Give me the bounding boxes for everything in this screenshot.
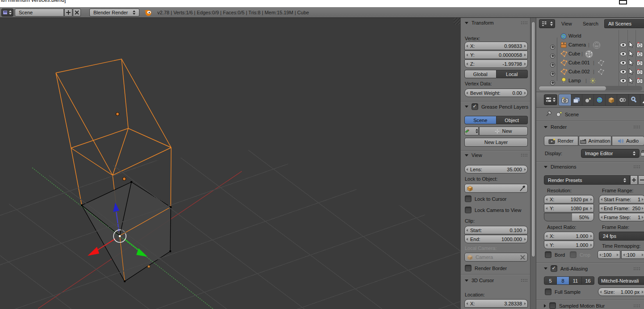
panel-header-anti-aliasing[interactable]: Anti-Aliasing — [544, 265, 640, 272]
editor-type-selector[interactable] — [1, 8, 13, 17]
end-frame-field[interactable]: End Frame: 250 — [599, 204, 644, 212]
panel-header-view[interactable]: View — [465, 152, 527, 158]
render-presets-dropdown[interactable]: Render Presets — [544, 175, 630, 185]
tab-data[interactable] — [640, 94, 644, 106]
crop-checkbox[interactable] — [570, 251, 577, 258]
tab-render-layers[interactable] — [571, 94, 582, 106]
panel-grip-icon[interactable] — [634, 126, 640, 128]
mesh-data-icon-active[interactable] — [585, 50, 593, 58]
new-layer-button[interactable]: New Layer — [464, 138, 528, 147]
aa-samples-11[interactable]: 11 — [569, 276, 582, 285]
eye-icon[interactable] — [620, 60, 627, 65]
camera-restrict-icon[interactable] — [636, 69, 643, 75]
grease-pencil-mode-button[interactable] — [464, 127, 479, 135]
scrollbar-handle[interactable] — [531, 21, 535, 257]
grease-new-button[interactable]: New — [479, 127, 528, 135]
properties-editor-selector[interactable] — [544, 94, 557, 105]
resolution-percent-slider[interactable]: 50% — [544, 213, 594, 221]
tab-world[interactable] — [594, 94, 606, 106]
cursor-icon[interactable] — [629, 51, 634, 57]
panel-header-transform[interactable]: Transform — [465, 20, 527, 25]
mesh-data-icon[interactable] — [598, 68, 604, 75]
tab-modifiers[interactable] — [629, 94, 640, 106]
pin-icon[interactable] — [545, 110, 552, 117]
global-button[interactable]: Global — [464, 70, 497, 78]
delete-scene-button[interactable] — [73, 8, 81, 17]
cursor-icon[interactable] — [629, 42, 634, 48]
camera-data-icon[interactable] — [593, 41, 601, 49]
lock-object-picker[interactable] — [464, 184, 528, 193]
cursor-x-field[interactable]: X: 3.28338 — [464, 299, 528, 308]
lock-to-cursor-checkbox[interactable] — [465, 195, 471, 202]
panel-grip-icon[interactable] — [634, 267, 640, 270]
camera-restrict-icon[interactable] — [636, 60, 643, 66]
outliner-row-cube[interactable]: Cube | — [536, 50, 644, 59]
cursor-icon[interactable] — [629, 68, 634, 75]
panel-grip-icon[interactable] — [634, 305, 640, 307]
panel-grip-icon[interactable] — [521, 279, 527, 282]
time-remap-old-field[interactable]: :100 — [598, 250, 620, 259]
border-checkbox[interactable] — [545, 251, 551, 258]
outliner-row-camera[interactable]: Camera | — [536, 41, 644, 50]
audio-button[interactable]: Audio — [612, 136, 644, 146]
outliner-hscrollbar[interactable] — [539, 86, 642, 91]
bevel-weight-field[interactable]: Bevel Weight: 0.00 — [464, 89, 528, 97]
expand-icon[interactable] — [550, 45, 555, 50]
resolution-x-field[interactable]: X: 1920 px — [544, 195, 594, 203]
camera-restrict-icon[interactable] — [636, 42, 643, 48]
aa-size-field[interactable]: Size: 1.000 px — [598, 288, 644, 296]
aspect-y-field[interactable]: Y: 1.000 — [544, 241, 594, 249]
tab-object[interactable] — [606, 94, 617, 106]
expand-icon[interactable] — [550, 80, 555, 85]
clip-end-field[interactable]: End: 1000.000 — [464, 235, 528, 243]
resolution-y-field[interactable]: Y: 1080 px — [544, 204, 594, 212]
time-remap-new-field[interactable]: :100 — [621, 250, 644, 259]
lens-field[interactable]: Lens: 35.000 — [464, 165, 528, 174]
preset-remove-button[interactable] — [638, 175, 644, 185]
frame-rate-dropdown[interactable]: 24 fps — [599, 232, 644, 241]
eye-icon[interactable] — [620, 42, 627, 47]
local-camera-picker[interactable]: Camera — [464, 253, 528, 262]
preset-add-button[interactable] — [630, 175, 638, 185]
scene-datablock-field[interactable]: Scene — [15, 8, 64, 17]
scrollbar-handle[interactable] — [539, 86, 606, 90]
full-sample-checkbox[interactable] — [545, 288, 551, 295]
camera-restrict-icon[interactable] — [636, 78, 643, 84]
motion-blur-checkbox[interactable] — [549, 302, 556, 309]
outliner-row-lamp[interactable]: Lamp | — [536, 76, 644, 85]
eye-icon[interactable] — [620, 78, 627, 83]
aa-samples-8[interactable]: 8 — [557, 276, 569, 285]
outliner-editor-selector[interactable] — [539, 19, 555, 28]
vertex-z-field[interactable]: Z: -1.99798 — [464, 59, 528, 68]
frame-step-field[interactable]: Frame Step: 1 — [599, 213, 644, 221]
aa-samples-5[interactable]: 5 — [544, 276, 557, 285]
eyedropper-icon[interactable] — [520, 186, 525, 191]
clear-icon[interactable] — [520, 255, 525, 260]
outliner-row-cube001[interactable]: Cube.001 | — [536, 59, 644, 68]
outliner-menu-view[interactable]: View — [561, 21, 572, 26]
expand-icon[interactable] — [550, 54, 555, 59]
lock-camera-checkbox[interactable] — [465, 207, 471, 213]
panel-header-grease-pencil[interactable]: Grease Pencil Layers — [465, 103, 529, 110]
breadcrumb[interactable]: Scene — [565, 112, 579, 117]
cursor-icon[interactable] — [629, 77, 634, 84]
3d-viewport[interactable] — [0, 18, 460, 309]
outliner-row-cube002[interactable]: Cube.002 | — [536, 68, 644, 76]
aa-filter-dropdown[interactable]: Mitchell-Netravali — [598, 276, 644, 285]
region-resize-grip[interactable] — [454, 18, 460, 25]
outliner-menu-search[interactable]: Search — [583, 21, 598, 26]
vertex-y-field[interactable]: Y: 0.0000058 — [464, 51, 528, 59]
local-button[interactable]: Local — [497, 70, 528, 78]
outliner-row-world[interactable]: World — [536, 32, 644, 41]
add-scene-button[interactable] — [64, 8, 72, 17]
vertex-x-field[interactable]: X: 0.99833 — [464, 42, 528, 50]
clip-start-field[interactable]: Start: 0.100 — [464, 226, 528, 234]
expand-icon[interactable] — [550, 72, 555, 76]
anti-aliasing-checkbox[interactable] — [551, 265, 557, 272]
outliner-display-dropdown[interactable]: All Scenes — [604, 19, 644, 28]
eye-icon[interactable] — [620, 51, 627, 56]
grease-object-tab[interactable]: Object — [497, 116, 528, 124]
tab-constraints[interactable] — [617, 94, 629, 106]
panel-header-motion-blur[interactable]: Sampled Motion Blur — [544, 302, 640, 309]
panel-header-render[interactable]: Render — [544, 124, 640, 130]
